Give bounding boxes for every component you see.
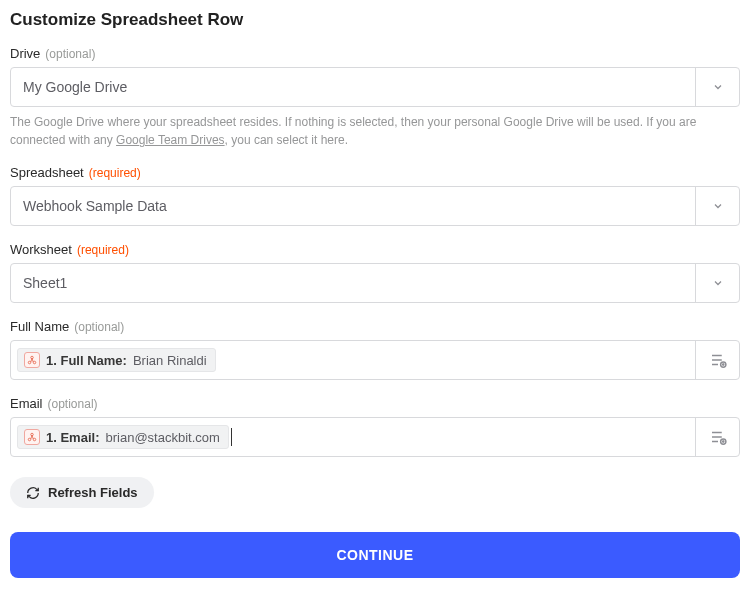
label-email: Email (optional)	[10, 396, 740, 411]
select-drive-value: My Google Drive	[11, 68, 695, 106]
svg-point-1	[33, 361, 36, 364]
chevron-down-icon[interactable]	[695, 187, 739, 225]
help-drive-link[interactable]: Google Team Drives	[116, 133, 225, 147]
webhook-icon	[24, 429, 40, 445]
svg-point-10	[33, 438, 36, 441]
token-full-name-label: 1. Full Name:	[46, 353, 127, 368]
label-drive: Drive (optional)	[10, 46, 740, 61]
help-drive: The Google Drive where your spreadsheet …	[10, 113, 740, 149]
select-worksheet[interactable]: Sheet1	[10, 263, 740, 303]
svg-point-9	[28, 438, 31, 441]
continue-button[interactable]: CONTINUE	[10, 532, 740, 578]
label-worksheet-qualifier: (required)	[77, 243, 129, 257]
chevron-down-icon[interactable]	[695, 264, 739, 302]
chevron-down-icon[interactable]	[695, 68, 739, 106]
label-full-name: Full Name (optional)	[10, 319, 740, 334]
refresh-fields-button[interactable]: Refresh Fields	[10, 477, 154, 508]
input-full-name[interactable]: 1. Full Name: Brian Rinaldi	[10, 340, 740, 380]
label-spreadsheet: Spreadsheet (required)	[10, 165, 740, 180]
label-full-name-text: Full Name	[10, 319, 69, 334]
text-cursor	[231, 428, 232, 446]
field-full-name: Full Name (optional) 1. Full Name: Brian…	[10, 319, 740, 380]
field-email: Email (optional) 1. Email: brian@stackbi…	[10, 396, 740, 457]
help-drive-pre: The Google Drive where your spreadsheet …	[10, 115, 696, 147]
token-email[interactable]: 1. Email: brian@stackbit.com	[17, 425, 229, 449]
label-full-name-qualifier: (optional)	[74, 320, 124, 334]
refresh-fields-label: Refresh Fields	[48, 485, 138, 500]
input-full-name-content[interactable]: 1. Full Name: Brian Rinaldi	[11, 341, 695, 379]
select-spreadsheet-value: Webhook Sample Data	[11, 187, 695, 225]
insert-field-icon[interactable]	[695, 418, 739, 456]
label-email-qualifier: (optional)	[48, 397, 98, 411]
insert-field-icon[interactable]	[695, 341, 739, 379]
token-email-label: 1. Email:	[46, 430, 99, 445]
svg-point-0	[28, 361, 31, 364]
select-spreadsheet[interactable]: Webhook Sample Data	[10, 186, 740, 226]
page-title: Customize Spreadsheet Row	[10, 10, 740, 30]
token-full-name[interactable]: 1. Full Name: Brian Rinaldi	[17, 348, 216, 372]
refresh-icon	[26, 486, 40, 500]
label-drive-text: Drive	[10, 46, 40, 61]
label-email-text: Email	[10, 396, 43, 411]
select-drive[interactable]: My Google Drive	[10, 67, 740, 107]
label-worksheet-text: Worksheet	[10, 242, 72, 257]
select-worksheet-value: Sheet1	[11, 264, 695, 302]
label-spreadsheet-qualifier: (required)	[89, 166, 141, 180]
label-drive-qualifier: (optional)	[45, 47, 95, 61]
field-spreadsheet: Spreadsheet (required) Webhook Sample Da…	[10, 165, 740, 226]
field-worksheet: Worksheet (required) Sheet1	[10, 242, 740, 303]
label-spreadsheet-text: Spreadsheet	[10, 165, 84, 180]
token-full-name-value: Brian Rinaldi	[133, 353, 207, 368]
input-email-content[interactable]: 1. Email: brian@stackbit.com	[11, 418, 695, 456]
label-worksheet: Worksheet (required)	[10, 242, 740, 257]
help-drive-post: , you can select it here.	[225, 133, 348, 147]
input-email[interactable]: 1. Email: brian@stackbit.com	[10, 417, 740, 457]
token-email-value: brian@stackbit.com	[105, 430, 219, 445]
field-drive: Drive (optional) My Google Drive The Goo…	[10, 46, 740, 149]
webhook-icon	[24, 352, 40, 368]
